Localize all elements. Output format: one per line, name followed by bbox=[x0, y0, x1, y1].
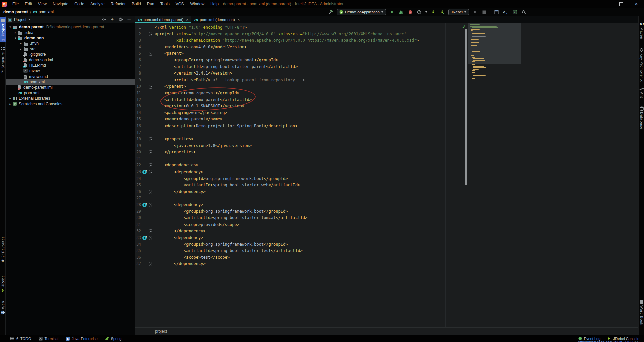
code-line-20[interactable]: 20 </properties> bbox=[135, 149, 638, 156]
fold-end-icon[interactable] bbox=[149, 262, 152, 266]
tool-strip-key-promoter-x[interactable]: Key Promoter X bbox=[639, 46, 644, 83]
tool-strip-word-book[interactable]: Word Book bbox=[639, 298, 644, 327]
collapse-all-icon[interactable]: ÷ bbox=[109, 17, 116, 22]
profiler-chevron-icon[interactable] bbox=[425, 11, 427, 13]
code-line-25[interactable]: 25 <artifactId>spring-boot-starter-web</… bbox=[135, 182, 638, 189]
dependency-gutter-icon[interactable] bbox=[142, 203, 147, 207]
fold-end-icon[interactable] bbox=[149, 150, 152, 154]
code-line-16[interactable]: 16 <description>Demo project for Spring … bbox=[135, 123, 638, 130]
code-line-27[interactable]: 27 bbox=[135, 195, 638, 202]
code-line-7[interactable]: 7 <artifactId>spring-boot-starter-parent… bbox=[135, 64, 638, 70]
chevron-right-icon[interactable]: ▸ bbox=[8, 97, 13, 100]
code-line-33[interactable]: 33 <dependency> bbox=[135, 235, 638, 241]
fold-collapse-icon[interactable] bbox=[149, 163, 152, 167]
editor-scrollbar[interactable] bbox=[465, 29, 467, 185]
tree-item-help.md[interactable]: MDHELP.md bbox=[6, 63, 135, 68]
minimize-button[interactable] bbox=[598, 0, 613, 8]
tree-item-src[interactable]: ▸src bbox=[6, 46, 135, 52]
code-line-6[interactable]: 6 <groupId>org.springframework.boot</gro… bbox=[135, 57, 638, 64]
code-line-32[interactable]: 32 </dependency> bbox=[135, 228, 638, 235]
tree-item-pom.xml[interactable]: mpom.xml bbox=[6, 90, 135, 96]
fold-collapse-icon[interactable] bbox=[149, 170, 152, 174]
debug-with-jrebel-button[interactable] bbox=[439, 9, 445, 15]
tree-item-demo-son.iml[interactable]: demo-son.iml bbox=[6, 57, 135, 62]
fold-end-icon[interactable] bbox=[149, 190, 152, 194]
code-line-34[interactable]: 34 <groupId>org.springframework.boot</gr… bbox=[135, 241, 638, 248]
run-configuration-select[interactable]: DemoSonApplication bbox=[337, 9, 386, 15]
menu-help[interactable]: Help bbox=[207, 0, 222, 8]
fold-collapse-icon[interactable] bbox=[149, 52, 152, 56]
code-line-19[interactable]: 19 <java.version>1.8</java.version> bbox=[135, 143, 638, 149]
dependency-gutter-icon[interactable] bbox=[142, 170, 147, 174]
menu-view[interactable]: View bbox=[35, 0, 50, 8]
code-line-37[interactable]: 37 </dependency> bbox=[135, 261, 638, 267]
breadcrumb-project[interactable]: demo-parent bbox=[3, 10, 28, 14]
menu-navigate[interactable]: Navigate bbox=[50, 0, 71, 8]
chevron-down-icon[interactable]: ▾ bbox=[8, 25, 13, 29]
status-jrebel-console[interactable]: JRebel Console bbox=[607, 336, 639, 341]
status-6--todo[interactable]: 6: TODO bbox=[10, 337, 31, 341]
menu-file[interactable]: File bbox=[9, 0, 22, 8]
tree-item-.mvn[interactable]: ▸.mvn bbox=[6, 41, 135, 46]
editor-tab-1[interactable]: mpom.xml (demo-son)× bbox=[191, 16, 243, 23]
tool-strip-2--favorites[interactable]: 2: Favorites★ bbox=[0, 235, 6, 264]
close-tab-icon[interactable]: × bbox=[186, 18, 188, 22]
menu-build[interactable]: Build bbox=[129, 0, 144, 8]
status-java-enterprise[interactable]: EJava Enterprise bbox=[66, 337, 97, 341]
tree-item-demo-parent[interactable]: ▾demo-parentD:\ideal\workspace\demo-pare… bbox=[6, 24, 135, 30]
tool-strip-web[interactable]: Web bbox=[0, 300, 6, 316]
menu-window[interactable]: Window bbox=[187, 0, 207, 8]
menu-vcs[interactable]: VCS bbox=[173, 0, 187, 8]
chevron-right-icon[interactable]: ▸ bbox=[18, 42, 23, 45]
tree-item-pom.xml[interactable]: mpom.xml bbox=[6, 79, 135, 85]
maximize-button[interactable] bbox=[613, 0, 629, 8]
menu-tools[interactable]: Tools bbox=[157, 0, 173, 8]
tool-strip-ant[interactable]: Ant bbox=[639, 86, 644, 99]
code-line-8[interactable]: 8 <version>2.4.1</version> bbox=[135, 70, 638, 77]
fold-collapse-icon[interactable] bbox=[149, 137, 152, 141]
status-spring[interactable]: Spring bbox=[105, 337, 122, 341]
fold-collapse-icon[interactable] bbox=[149, 203, 152, 207]
fold-end-icon[interactable] bbox=[149, 85, 152, 89]
menu-code[interactable]: Code bbox=[71, 0, 87, 8]
status-event-log[interactable]: Event Log bbox=[578, 336, 601, 341]
fold-collapse-icon[interactable] bbox=[149, 236, 152, 240]
tree-item-demo-son[interactable]: ▾demo-son bbox=[6, 35, 135, 41]
console-icon[interactable] bbox=[512, 9, 518, 15]
menu-edit[interactable]: Edit bbox=[22, 0, 35, 8]
code-line-35[interactable]: 35 <artifactId>spring-boot-starter-test<… bbox=[135, 248, 638, 254]
chevron-right-icon[interactable]: ▸ bbox=[18, 47, 23, 51]
coverage-button[interactable] bbox=[407, 9, 413, 15]
menu-analyze[interactable]: Analyze bbox=[87, 0, 108, 8]
code-line-3[interactable]: 3 xsi:schemaLocation="http://maven.apach… bbox=[135, 37, 638, 44]
code-line-31[interactable]: 31 <scope>provided</scope> bbox=[135, 222, 638, 228]
code-line-17[interactable]: 17 bbox=[135, 130, 638, 136]
code-line-23[interactable]: 23 <dependency> bbox=[135, 169, 638, 176]
editor[interactable]: 1<?xml version="1.0" encoding="UTF-8"?>2… bbox=[135, 23, 638, 327]
chevron-right-icon[interactable]: ▸ bbox=[8, 102, 13, 106]
code-line-4[interactable]: 4 <modelVersion>4.0.0</modelVersion> bbox=[135, 44, 638, 51]
chevron-right-icon[interactable]: ▸ bbox=[13, 31, 18, 34]
locate-file-icon[interactable] bbox=[101, 17, 107, 22]
menu-refactor[interactable]: Refactor bbox=[108, 0, 129, 8]
code-line-18[interactable]: 18 <properties> bbox=[135, 136, 638, 143]
project-panel-title[interactable]: Project bbox=[14, 17, 30, 22]
tree-item-.idea[interactable]: ▸.idea bbox=[6, 30, 135, 35]
tool-windows-icon[interactable] bbox=[493, 9, 499, 15]
chevron-down-icon[interactable]: ▾ bbox=[13, 36, 18, 40]
code-line-22[interactable]: 22 <dependencies> bbox=[135, 162, 638, 169]
tool-strip-jrebel[interactable]: JRebel bbox=[0, 273, 6, 294]
debug-button[interactable] bbox=[398, 9, 404, 15]
translate-icon[interactable]: Aa bbox=[502, 9, 508, 15]
panel-settings-gear-icon[interactable] bbox=[117, 17, 124, 22]
tree-item-.gitignore[interactable]: .gitignore bbox=[6, 52, 135, 57]
code-line-26[interactable]: 26 </dependency> bbox=[135, 189, 638, 195]
fold-collapse-icon[interactable] bbox=[149, 32, 152, 36]
code-line-14[interactable]: 14 <packaging>war</packaging> bbox=[135, 110, 638, 116]
tool-strip-database[interactable]: Database bbox=[639, 105, 644, 131]
tool-strip-7--structure[interactable]: 7: Structure bbox=[0, 45, 6, 75]
run-button[interactable] bbox=[389, 9, 395, 15]
status-terminal[interactable]: Terminal bbox=[39, 337, 59, 341]
menu-run[interactable]: Run bbox=[144, 0, 157, 8]
fold-end-icon[interactable] bbox=[149, 229, 152, 233]
